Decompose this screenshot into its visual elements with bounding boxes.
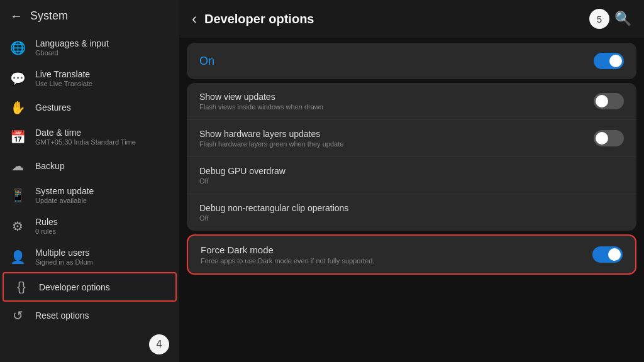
debug-clip-title: Debug non-rectangular clip operations [199,203,624,213]
menu-item-reset-options[interactable]: ↺ Reset options [0,302,179,329]
show-hardware-layers-text: Show hardware layers updates Flash hardw… [199,129,594,148]
menu-title-9: Reset options [35,310,89,321]
menu-item-developer-options[interactable]: {} Developer options [3,272,177,302]
show-view-updates-knob [596,95,608,107]
debug-gpu-text: Debug GPU overdraw Off [199,166,624,185]
menu-title-2: Gestures [35,102,71,112]
menu-icon-9: ↺ [10,308,25,323]
force-dark-knob [608,248,621,261]
menu-item-languages--input[interactable]: 🌐 Languages & input Gboard [0,32,179,63]
right-back-icon[interactable]: ‹ [192,10,197,28]
menu-item-multiple-users[interactable]: 👤 Multiple users Signed in as Dilum [0,241,179,272]
on-label: On [199,55,214,68]
menu-icon-5: 📱 [10,188,25,203]
show-view-updates-text: Show view updates Flash views inside win… [199,92,594,111]
menu-text-1: Live Translate Use Live Translate [35,69,92,87]
left-header: ← System [0,0,179,32]
menu-text-4: Backup [35,161,65,171]
notification-badge: 5 [589,9,609,29]
menu-text-3: Date & time GMT+05:30 India Standard Tim… [35,128,136,146]
right-header-actions: 5 🔍 [589,9,631,29]
force-dark-subtitle: Force apps to use Dark mode even if not … [201,257,585,265]
menu-title-8: Developer options [39,282,110,292]
menu-title-3: Date & time [35,128,136,138]
menu-subtitle-0: Gboard [35,49,109,57]
menu-icon-3: 📅 [10,129,25,145]
menu-text-6: Rules 0 rules [35,217,58,235]
menu-list: 🌐 Languages & input Gboard 💬 Live Transl… [0,32,179,362]
menu-icon-4: ☁ [10,158,25,173]
right-header: ‹ Developer options 5 🔍 [179,0,644,38]
menu-subtitle-1: Use Live Translate [35,80,92,87]
debug-clip-text: Debug non-rectangular clip operations Of… [199,203,624,222]
right-panel-title: Developer options [204,12,314,26]
debug-clip-subtitle: Off [199,214,624,222]
menu-title-1: Live Translate [35,69,92,79]
debug-gpu-title: Debug GPU overdraw [199,166,624,176]
menu-item-date--time[interactable]: 📅 Date & time GMT+05:30 India Standard T… [0,121,179,152]
right-panel: ‹ Developer options 5 🔍 On Show view upd… [179,0,644,362]
show-hardware-layers-row[interactable]: Show hardware layers updates Flash hardw… [187,120,636,157]
show-view-updates-row[interactable]: Show view updates Flash views inside win… [187,83,636,120]
menu-text-9: Reset options [35,310,89,321]
menu-title-5: System update [35,186,94,196]
menu-text-5: System update Update available [35,186,94,204]
menu-item-live-translate[interactable]: 💬 Live Translate Use Live Translate [0,63,179,94]
on-card: On [187,43,636,79]
debug-clip-row[interactable]: Debug non-rectangular clip operations Of… [187,194,636,231]
on-toggle[interactable] [594,53,624,69]
settings-group: Show view updates Flash views inside win… [187,83,636,231]
menu-title-0: Languages & input [35,38,109,48]
show-view-updates-toggle[interactable] [594,93,624,109]
menu-subtitle-3: GMT+05:30 India Standard Time [35,138,136,146]
force-dark-title: Force Dark mode [201,244,585,255]
menu-icon-8: {} [14,280,29,294]
debug-gpu-row[interactable]: Debug GPU overdraw Off [187,157,636,194]
menu-text-2: Gestures [35,102,71,112]
menu-title-6: Rules [35,217,58,227]
menu-item-gestures[interactable]: ✋ Gestures [0,94,179,121]
show-hardware-layers-knob [596,132,608,145]
menu-title-7: Multiple users [35,248,93,258]
back-arrow-icon[interactable]: ← [10,9,23,23]
right-header-left: ‹ Developer options [192,10,314,28]
menu-icon-6: ⚙ [10,219,25,234]
force-dark-text: Force Dark mode Force apps to use Dark m… [201,244,585,265]
show-hardware-layers-toggle[interactable] [594,130,624,146]
menu-item-system-update[interactable]: 📱 System update Update available [0,180,179,211]
menu-icon-0: 🌐 [10,40,25,55]
left-panel: ← System 🌐 Languages & input Gboard 💬 Li… [0,0,179,362]
force-dark-toggle[interactable] [592,246,623,263]
menu-title-4: Backup [35,161,65,171]
menu-icon-1: 💬 [10,71,25,86]
menu-icon-2: ✋ [10,100,25,115]
show-hardware-layers-subtitle: Flash hardware layers green when they up… [199,140,594,148]
right-content: On Show view updates Flash views inside … [179,38,644,362]
menu-icon-7: 👤 [10,250,25,265]
force-dark-card[interactable]: Force Dark mode Force apps to use Dark m… [187,234,636,275]
menu-subtitle-7: Signed in as Dilum [35,258,93,266]
on-toggle-knob [609,55,622,67]
show-view-updates-title: Show view updates [199,92,594,102]
show-view-updates-subtitle: Flash views inside windows when drawn [199,103,594,111]
menu-text-8: Developer options [39,282,110,292]
menu-item-backup[interactable]: ☁ Backup [0,152,179,180]
search-icon[interactable]: 🔍 [614,11,631,27]
menu-subtitle-6: 0 rules [35,228,58,235]
menu-text-7: Multiple users Signed in as Dilum [35,248,93,266]
show-hardware-layers-title: Show hardware layers updates [199,129,594,139]
menu-subtitle-5: Update available [35,197,94,204]
menu-item-rules[interactable]: ⚙ Rules 0 rules [0,211,179,241]
debug-gpu-subtitle: Off [199,177,624,185]
left-panel-title: System [30,9,68,23]
menu-text-0: Languages & input Gboard [35,38,109,57]
left-badge: 4 [149,334,169,354]
